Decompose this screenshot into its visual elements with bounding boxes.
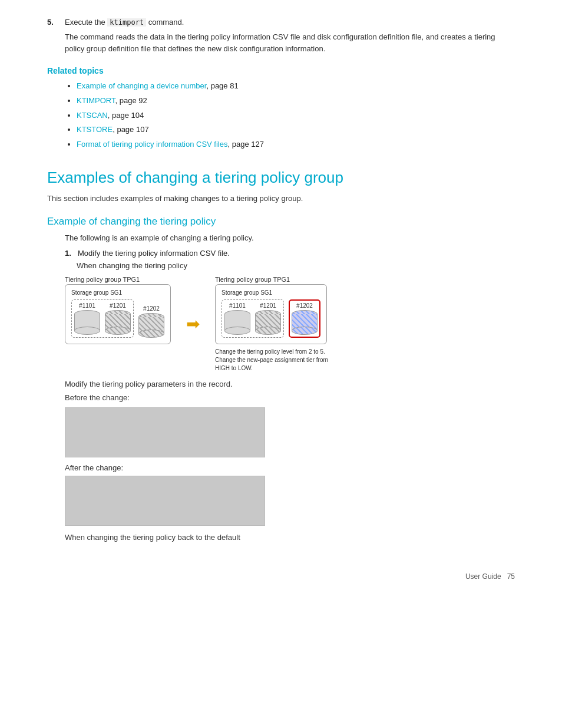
after-label: After the change:: [65, 463, 515, 472]
footer-label: User Guide: [465, 572, 501, 581]
right-disk-1101: #1101: [224, 302, 250, 335]
main-section-title: Examples of changing a tiering policy gr…: [47, 169, 515, 187]
left-dashed-group: #1101 #1201: [71, 299, 134, 338]
after-code-block: [65, 476, 265, 526]
related-topics-heading: Related topics: [47, 66, 515, 75]
list-item: KTSTORE, page 107: [77, 124, 515, 136]
step-number: 5.: [47, 18, 65, 27]
right-disk-1202-highlight: #1202: [289, 299, 320, 338]
list-item: Example of changing a device number, pag…: [77, 80, 515, 93]
right-tpg-label: Tiering policy group TPG1: [215, 276, 290, 283]
param-text: Modify the tiering policy parameters in …: [65, 378, 515, 390]
left-sg-box: Storage group SG1 #1101 #1201: [65, 284, 171, 344]
diagram-arrow: ➡: [186, 314, 200, 334]
before-code-block: [65, 407, 265, 457]
step-text-before: Execute the: [65, 18, 105, 27]
diagram-caption: Change the tiering policy level from 2 t…: [215, 348, 328, 373]
related-topics-list: Example of changing a device number, pag…: [77, 80, 515, 151]
footer-page: 75: [507, 572, 515, 581]
list-item: KTIMPORT, page 92: [77, 95, 515, 107]
subsection-intro: The following is an example of changing …: [65, 232, 515, 244]
left-sg-label: Storage group SG1: [71, 289, 164, 296]
link-ktstore[interactable]: KTSTORE: [77, 125, 113, 134]
left-disks-row: #1101 #1201: [71, 299, 164, 338]
right-disk-1202: #1202: [292, 302, 318, 335]
left-tpg-box: Tiering policy group TPG1 Storage group …: [65, 276, 171, 344]
right-dashed-group: #1101 #1201: [222, 299, 284, 338]
step-content: Execute the ktimport command.: [65, 18, 515, 27]
left-tpg-label: Tiering policy group TPG1: [65, 276, 140, 283]
body-paragraph: The command reads the data in the tierin…: [65, 31, 515, 54]
substep-number: 1.: [65, 249, 78, 258]
when-default-label: When changing the tiering policy back to…: [65, 532, 515, 543]
page-footer: User Guide 75: [47, 566, 515, 581]
right-tpg-box: Tiering policy group TPG1 Storage group …: [215, 276, 328, 373]
list-item: KTSCAN, page 104: [77, 110, 515, 122]
left-disk-1101: #1101: [74, 302, 100, 335]
right-sg-label: Storage group SG1: [222, 289, 320, 296]
right-disk-1201: #1201: [255, 302, 281, 335]
subsection-title: Example of changing the tiering policy: [47, 216, 515, 228]
command-inline: ktimport: [107, 18, 146, 27]
before-label: Before the change:: [65, 392, 515, 404]
left-disk-1202: #1202: [138, 305, 164, 338]
section-intro: This section includes examples of making…: [47, 193, 515, 205]
left-disk-1201: #1201: [105, 302, 131, 335]
substep-1: 1. Modify the tiering policy information…: [65, 249, 515, 258]
diagram-container: Tiering policy group TPG1 Storage group …: [65, 276, 515, 373]
when-label: When changing the tiering policy: [77, 261, 515, 270]
link-csv-format[interactable]: Format of tiering policy information CSV…: [77, 140, 227, 149]
link-ktscan[interactable]: KTSCAN: [77, 111, 108, 120]
step-text-after: command.: [148, 18, 184, 27]
link-device-number[interactable]: Example of changing a device number: [77, 81, 206, 90]
step-5: 5. Execute the ktimport command.: [47, 18, 515, 27]
right-disks-row: #1101 #1201: [222, 299, 320, 338]
substep-text: Modify the tiering policy information CS…: [78, 249, 230, 258]
list-item: Format of tiering policy information CSV…: [77, 139, 515, 151]
link-ktimport[interactable]: KTIMPORT: [77, 96, 115, 105]
right-sg-box: Storage group SG1 #1101 #1201: [215, 284, 327, 344]
